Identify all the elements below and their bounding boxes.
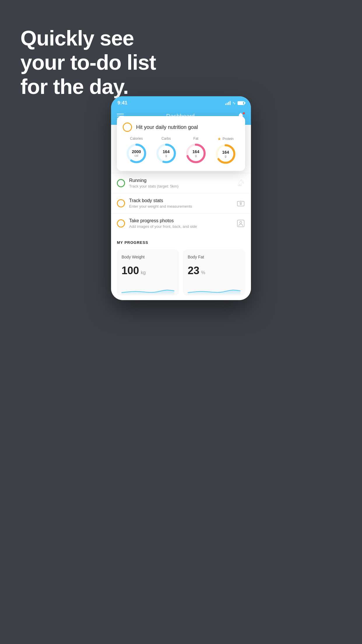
nutrition-ring-carbs: 164 g [155,142,177,164]
progress-value-row-1: 23% [188,265,240,277]
todo-circle-0 [117,179,125,187]
ring-text: 164 g [163,150,169,157]
progress-value-row-0: 100kg [122,265,174,277]
progress-card-title-0: Body Weight [122,255,174,259]
progress-card-1[interactable]: Body Fat23% [183,249,245,295]
status-time: 9:41 [117,100,127,106]
battery-icon [238,101,245,105]
todo-title-0: Running [129,178,232,183]
nutrition-label-protein: ★Protein [217,136,233,141]
progress-value-0: 100 [122,265,139,277]
notification-dot [242,112,245,115]
todo-subtitle-0: Track your stats (target: 5km) [129,184,232,188]
sparkline-0 [122,284,174,295]
ring-text: 164 g [222,150,229,158]
todo-title-1: Track body stats [129,198,232,203]
progress-unit-0: kg [141,270,146,275]
todo-text-1: Track body statsEnter your weight and me… [129,198,232,209]
status-bar: 9:41 ∿ [111,96,251,108]
nutrition-label-carbs: Carbs [161,136,171,141]
todo-text-0: RunningTrack your stats (target: 5km) [129,178,232,188]
progress-section-title: MY PROGRESS [117,240,245,245]
phone-frame: 9:41 ∿ Dashboard [111,96,251,300]
progress-card-0[interactable]: Body Weight100kg [117,249,179,295]
todo-text-2: Take progress photosAdd images of your f… [129,218,232,229]
signal-icon [225,101,231,105]
progress-card-title-1: Body Fat [188,255,240,259]
svg-point-11 [240,221,242,223]
hero-line1: Quickly see [20,26,156,50]
scale-icon [236,199,245,208]
todo-item-0[interactable]: RunningTrack your stats (target: 5km) [111,173,251,193]
nutrition-card-title: Hit your daily nutrition goal [136,124,198,130]
hero-line3: for the day. [20,75,156,99]
hero-text: Quickly see your to-do list for the day. [20,26,156,99]
app-content: THINGS TO DO TODAY Hit your daily nutrit… [111,125,251,300]
todo-title-2: Take progress photos [129,218,232,223]
nutrition-item-protein: ★Protein 164 g [215,136,237,165]
nutrition-label-calories: Calories [130,136,143,141]
shoe-icon [236,179,245,188]
progress-value-1: 23 [188,265,199,277]
nutrition-row: Calories 2000 cal Carbs 164 g Fat 164 g … [123,136,239,165]
nutrition-card: Hit your daily nutrition goal Calories 2… [117,116,245,171]
svg-rect-8 [237,201,244,206]
svg-point-9 [240,203,242,205]
ring-text: 164 g [192,150,199,157]
wifi-icon: ∿ [232,101,236,105]
nutrition-check-circle[interactable] [123,123,132,132]
star-icon: ★ [217,136,221,141]
progress-section: MY PROGRESS Body Weight100kg Body Fat23% [111,233,251,300]
todo-subtitle-1: Enter your weight and measurements [129,204,232,209]
hero-line2: your to-do list [20,50,156,75]
ring-text: 2000 cal [132,150,141,157]
progress-unit-1: % [201,270,205,275]
todo-item-2[interactable]: Take progress photosAdd images of your f… [111,213,251,233]
progress-cards: Body Weight100kg Body Fat23% [117,249,245,295]
nutrition-ring-protein: 164 g [215,143,237,165]
person-icon [236,219,245,228]
nutrition-label-fat: Fat [193,136,198,141]
todo-circle-2 [117,219,125,228]
nutrition-ring-calories: 2000 cal [125,142,147,164]
status-icons: ∿ [225,101,245,105]
todo-item-1[interactable]: Track body statsEnter your weight and me… [111,193,251,213]
todo-subtitle-2: Add images of your front, back, and side [129,224,232,229]
nutrition-item-fat: Fat 164 g [185,136,207,165]
sparkline-1 [188,284,240,295]
todo-circle-1 [117,199,125,207]
nutrition-item-calories: Calories 2000 cal [125,136,147,165]
nutrition-ring-fat: 164 g [185,142,207,164]
nutrition-item-carbs: Carbs 164 g [155,136,177,165]
